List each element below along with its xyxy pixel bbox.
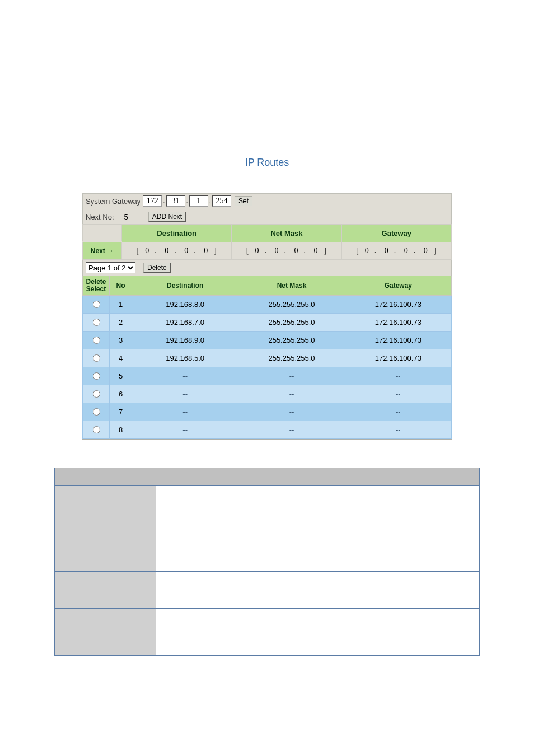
description-table [54, 468, 480, 656]
cell-no: 1 [110, 296, 132, 314]
next-no-value: 5 [124, 213, 128, 221]
col-gateway2: Gateway [345, 276, 451, 296]
desc-text [156, 486, 480, 553]
next-netmask[interactable]: [0. 0. 0. 0] [232, 242, 341, 260]
table-row: 3 192.168.9.0 255.255.255.0 172.16.100.7… [83, 332, 452, 349]
desc-text [156, 553, 480, 572]
desc-param [55, 609, 156, 627]
gateway-octet-2[interactable] [166, 195, 185, 207]
delete-radio[interactable] [93, 408, 100, 416]
cell-mask: 255.255.255.0 [238, 296, 345, 314]
col-netmask2: Net Mask [238, 276, 345, 296]
cell-dest: 192.168.5.0 [132, 349, 238, 367]
next-no-row: Next No: 5 ADD Next [82, 209, 452, 224]
col-destination2: Destination [132, 276, 238, 296]
cell-gw: 172.16.100.73 [345, 314, 451, 332]
table-row: 6 -- -- -- [83, 385, 452, 403]
cell-no: 2 [110, 314, 132, 332]
desc-param [55, 572, 156, 590]
page-select[interactable]: Page 1 of 2 [86, 262, 135, 273]
next-no-label: Next No: [86, 213, 114, 221]
cell-gw: -- [345, 385, 451, 403]
delete-button[interactable]: Delete [143, 263, 171, 273]
desc-header-param [55, 468, 156, 486]
delete-radio[interactable] [93, 319, 100, 326]
cell-mask: 255.255.255.0 [238, 332, 345, 349]
description-section [54, 468, 480, 656]
set-button[interactable]: Set [235, 196, 252, 206]
col-delete-select: DeleteSelect [83, 276, 110, 296]
dot: . [185, 197, 189, 206]
table-row: 4 192.168.5.0 255.255.255.0 172.16.100.7… [83, 349, 452, 367]
cell-gw: 172.16.100.73 [345, 296, 451, 314]
desc-param [55, 486, 156, 553]
cell-no: 6 [110, 385, 132, 403]
cell-mask: -- [238, 403, 345, 421]
desc-param [55, 590, 156, 609]
table-row: 1 192.168.8.0 255.255.255.0 172.16.100.7… [83, 296, 452, 314]
cell-no: 7 [110, 403, 132, 421]
desc-param [55, 627, 156, 656]
cell-dest: -- [132, 403, 238, 421]
add-next-button[interactable]: ADD Next [148, 212, 186, 222]
cell-mask: -- [238, 367, 345, 385]
delete-radio[interactable] [93, 372, 100, 380]
pager-row: Page 1 of 2 Delete [82, 260, 452, 276]
col-gateway: Gateway [341, 225, 451, 242]
route-list-table: DeleteSelect No Destination Net Mask Gat… [82, 276, 452, 439]
table-row: 7 -- -- -- [83, 403, 452, 421]
page-title: IP Routes [0, 157, 534, 172]
gateway-octet-1[interactable] [143, 195, 162, 207]
cell-dest: -- [132, 421, 238, 439]
delete-radio[interactable] [93, 426, 100, 433]
cell-dest: -- [132, 367, 238, 385]
col-destination: Destination [122, 225, 232, 242]
system-gateway-row: System Gateway . . . Set [82, 193, 452, 209]
table-row: 2 192.168.7.0 255.255.255.0 172.16.100.7… [83, 314, 452, 332]
desc-param [55, 553, 156, 572]
routes-panel: System Gateway . . . Set Next No: 5 ADD … [82, 193, 452, 440]
cell-gw: -- [345, 367, 451, 385]
delete-radio[interactable] [93, 337, 100, 344]
cell-dest: -- [132, 385, 238, 403]
desc-text [156, 590, 480, 609]
next-gateway[interactable]: [0. 0. 0. 0] [341, 242, 451, 260]
cell-mask: -- [238, 421, 345, 439]
cell-mask: -- [238, 385, 345, 403]
desc-text [156, 627, 480, 656]
cell-mask: 255.255.255.0 [238, 349, 345, 367]
gateway-octet-4[interactable] [212, 195, 231, 207]
next-arrow: Next → [83, 242, 122, 260]
next-input-table: Destination Net Mask Gateway Next → [0. … [82, 224, 452, 260]
system-gateway-label: System Gateway [86, 197, 140, 206]
gateway-octet-3[interactable] [189, 195, 208, 207]
desc-text [156, 572, 480, 590]
title-divider [34, 172, 500, 172]
table-row: 8 -- -- -- [83, 421, 452, 439]
cell-gw: -- [345, 403, 451, 421]
cell-gw: -- [345, 421, 451, 439]
cell-dest: 192.168.8.0 [132, 296, 238, 314]
dot: . [208, 197, 212, 206]
col-no: No [110, 276, 132, 296]
cell-gw: 172.16.100.73 [345, 349, 451, 367]
delete-radio[interactable] [93, 354, 100, 362]
desc-header-desc [156, 468, 480, 486]
cell-dest: 192.168.9.0 [132, 332, 238, 349]
dot: . [162, 197, 166, 206]
cell-no: 3 [110, 332, 132, 349]
table-row: 5 -- -- -- [83, 367, 452, 385]
cell-no: 5 [110, 367, 132, 385]
delete-radio[interactable] [93, 390, 100, 398]
cell-no: 8 [110, 421, 132, 439]
delete-radio[interactable] [93, 301, 100, 308]
cell-no: 4 [110, 349, 132, 367]
cell-dest: 192.168.7.0 [132, 314, 238, 332]
next-destination[interactable]: [0. 0. 0. 0] [122, 242, 232, 260]
cell-gw: 172.16.100.73 [345, 332, 451, 349]
desc-text [156, 609, 480, 627]
cell-mask: 255.255.255.0 [238, 314, 345, 332]
col-netmask: Net Mask [232, 225, 341, 242]
